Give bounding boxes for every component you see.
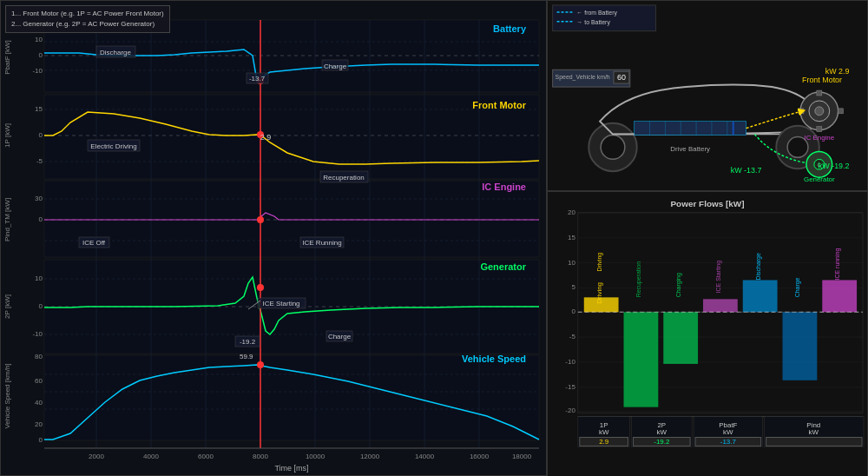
svg-text:Power Flows [kW]: Power Flows [kW] (670, 199, 744, 208)
svg-text:2P: 2P (657, 421, 666, 429)
svg-text:kW: kW (599, 428, 609, 436)
svg-text:← from Battery: ← from Battery (576, 10, 617, 17)
power-flows-svg: Power Flows [kW] 20 15 10 5 0 -5 -10 -15… (548, 192, 867, 476)
svg-text:15: 15 (568, 234, 575, 241)
svg-rect-164 (743, 280, 778, 312)
svg-rect-109 (635, 122, 746, 136)
svg-text:Charge: Charge (794, 277, 801, 297)
svg-text:ICE Starting: ICE Starting (715, 261, 722, 294)
svg-rect-168 (822, 280, 857, 312)
svg-rect-166 (783, 312, 818, 380)
svg-rect-1 (44, 95, 539, 179)
svg-text:10: 10 (568, 259, 575, 267)
svg-text:Driving: Driving (595, 282, 603, 304)
svg-rect-4 (44, 355, 539, 440)
svg-text:kW -13.7: kW -13.7 (731, 166, 762, 175)
car-diagram: ← from Battery → to Battery Speed_Vehicl… (547, 0, 868, 191)
car-diagram-svg: ← from Battery → to Battery Speed_Vehicl… (548, 1, 867, 190)
svg-text:1P: 1P (600, 421, 608, 429)
svg-point-54 (257, 361, 264, 368)
svg-text:IC Engine: IC Engine (482, 182, 526, 192)
svg-text:Driving: Driving (596, 253, 603, 272)
svg-text:1P [kW]: 1P [kW] (3, 123, 11, 148)
svg-text:→ to Battery: → to Battery (576, 19, 610, 26)
svg-text:Time [ms]: Time [ms] (274, 464, 308, 473)
svg-text:Charging: Charging (675, 273, 682, 297)
svg-text:40: 40 (35, 399, 43, 407)
svg-text:-20: -20 (565, 407, 575, 414)
right-panel: ← from Battery → to Battery Speed_Vehicl… (547, 0, 868, 476)
svg-text:20: 20 (35, 420, 43, 428)
svg-text:-13.7: -13.7 (249, 75, 266, 83)
svg-point-105 (601, 136, 625, 160)
svg-text:2000: 2000 (89, 453, 104, 460)
power-flows-chart: Power Flows [kW] 20 15 10 5 0 -5 -10 -15… (547, 191, 868, 476)
svg-text:Charge: Charge (324, 63, 347, 70)
svg-text:0: 0 (39, 215, 43, 223)
svg-text:-5: -5 (36, 157, 43, 165)
main-chart: 1... Front Motor (e.g. 1P = AC Power Fro… (0, 0, 547, 476)
svg-text:5: 5 (571, 283, 575, 291)
svg-point-53 (257, 284, 264, 291)
svg-text:8000: 8000 (253, 453, 268, 460)
svg-text:IC Engine: IC Engine (804, 134, 834, 142)
svg-text:Discharge: Discharge (100, 49, 132, 56)
svg-text:15: 15 (35, 105, 43, 113)
svg-text:-19.2: -19.2 (240, 338, 256, 346)
svg-text:30: 30 (35, 195, 43, 202)
svg-text:kW 2.9: kW 2.9 (825, 67, 850, 76)
svg-text:Electric Driving: Electric Driving (90, 142, 136, 150)
svg-text:PbatF: PbatF (719, 421, 737, 429)
svg-text:Recuperation: Recuperation (635, 261, 642, 297)
svg-text:4000: 4000 (143, 453, 159, 460)
svg-rect-160 (663, 312, 698, 364)
svg-text:0: 0 (39, 51, 43, 59)
svg-text:16000: 16000 (470, 453, 490, 460)
svg-text:20: 20 (568, 208, 575, 216)
svg-text:10: 10 (35, 274, 43, 282)
svg-point-120 (815, 107, 824, 116)
svg-text:60: 60 (617, 73, 626, 82)
svg-text:Battery: Battery (493, 23, 527, 34)
chart-legend: 1... Front Motor (e.g. 1P = AC Power Fro… (5, 5, 170, 33)
svg-text:Front Motor: Front Motor (472, 100, 526, 110)
svg-text:Drive Battery: Drive Battery (670, 145, 710, 153)
svg-text:Recuperation: Recuperation (323, 174, 365, 182)
svg-text:Vehicle Speed: Vehicle Speed (462, 354, 526, 364)
svg-text:Vehicle Speed [km/h]: Vehicle Speed [km/h] (3, 363, 11, 428)
svg-text:Pind: Pind (806, 421, 820, 429)
svg-text:Charge: Charge (328, 333, 352, 340)
legend-line1: 1... Front Motor (e.g. 1P = AC Power Fro… (11, 9, 164, 19)
svg-text:Speed_Vehicle km/h: Speed_Vehicle km/h (556, 74, 610, 81)
svg-text:0: 0 (39, 131, 43, 139)
svg-text:0: 0 (39, 302, 43, 310)
svg-text:-10: -10 (565, 358, 575, 366)
svg-text:Discharge: Discharge (755, 253, 762, 280)
svg-rect-121 (817, 90, 822, 96)
svg-text:kW: kW (809, 428, 819, 436)
svg-text:2.9: 2.9 (260, 133, 272, 142)
svg-rect-124 (838, 109, 844, 114)
legend-line2: 2... Generator (e.g. 2P = AC Power Gener… (11, 19, 164, 30)
svg-text:2.9: 2.9 (599, 438, 609, 446)
svg-text:0: 0 (571, 307, 575, 315)
svg-text:-10: -10 (32, 330, 43, 338)
svg-text:Pind_TM [kW]: Pind_TM [kW] (3, 198, 11, 241)
svg-text:18000: 18000 (512, 453, 532, 460)
svg-text:10000: 10000 (306, 453, 326, 460)
svg-text:2P [kW]: 2P [kW] (3, 294, 11, 319)
svg-text:ICE running: ICE running (834, 248, 841, 281)
svg-text:Front Motor: Front Motor (802, 76, 842, 84)
svg-point-52 (257, 216, 264, 223)
svg-rect-2 (44, 181, 539, 257)
svg-text:Generator: Generator (804, 175, 835, 183)
svg-text:6000: 6000 (198, 453, 214, 460)
svg-text:-15: -15 (565, 383, 575, 391)
svg-rect-162 (703, 299, 738, 312)
svg-text:ICE Running: ICE Running (302, 239, 341, 247)
svg-text:59.9: 59.9 (240, 353, 253, 360)
svg-text:-10: -10 (32, 67, 43, 75)
svg-text:-13.7: -13.7 (720, 438, 737, 446)
svg-text:10: 10 (35, 36, 43, 43)
svg-rect-158 (624, 312, 659, 407)
